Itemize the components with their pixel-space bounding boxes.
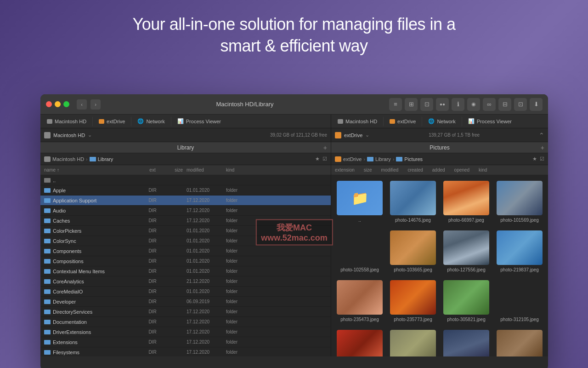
col-header-ext[interactable]: ext (143, 167, 162, 172)
tab-macintosh-hd-left[interactable]: Macintosh HD (42, 115, 91, 127)
file-row-parent[interactable]: .. (40, 175, 331, 185)
tab-network-left[interactable]: 🌐 Network (133, 115, 169, 127)
file-row-application-support[interactable]: Application Support DIR 17.12.2020 folde… (40, 196, 331, 206)
file-name-caches: Caches (53, 218, 70, 224)
grid-item-photo-extra2[interactable]: photo-extra2.jpeg (388, 328, 438, 356)
col-header-name[interactable]: name ↑ (42, 167, 143, 172)
right-breadcrumb-library[interactable]: Library (375, 156, 391, 162)
grid-item-photo-extra4[interactable]: photo-extra4.jpeg (495, 328, 544, 356)
file-row-filesystems[interactable]: Filesystems DIR 17.12.2020 folder (40, 347, 331, 356)
minimize-button[interactable] (55, 101, 61, 107)
file-row-coremediaio[interactable]: CoreMediaIO DIR 01.01.2020 folder (40, 287, 331, 297)
file-kind-developer: folder (226, 299, 254, 304)
download-button[interactable]: ⬇ (530, 98, 543, 111)
file-row-contextual-menu-items[interactable]: Contextual Menu Items DIR 01.01.2020 fol… (40, 266, 331, 276)
grid-label-305821: photo-305821.jpeg (447, 316, 485, 322)
link-button[interactable]: ∞ (483, 98, 496, 111)
close-button[interactable] (46, 101, 52, 107)
info-button[interactable]: ℹ (452, 98, 464, 111)
file-row-driverextensions[interactable]: DriverExtensions DIR 17.12.2020 folder (40, 327, 331, 337)
file-row-caches[interactable]: Caches DIR 17.12.2020 folder (40, 216, 331, 226)
breadcrumb-library[interactable]: Library (98, 156, 113, 162)
preview-button[interactable]: ◉ (467, 98, 480, 111)
right-star-button[interactable]: ★ (532, 156, 537, 162)
photo-103665-thumb (390, 230, 436, 265)
tab-separator-3 (171, 117, 171, 126)
grid-thumb-14676 (390, 181, 436, 215)
file-row-developer[interactable]: Developer DIR 06.09.2019 folder (40, 297, 331, 307)
grid-item-photo-extra1[interactable]: photo-extra1.jpeg (335, 328, 384, 356)
grid-item-photo-66997[interactable]: photo-66997.jpeg (441, 179, 491, 225)
file-row-extensions[interactable]: Extensions DIR 17.12.2020 folder (40, 337, 331, 347)
file-row-compositions[interactable]: Compositions DIR 01.01.2020 folder (40, 256, 331, 266)
grid-item-photo-extra3[interactable]: photo-extra3.jpeg (441, 328, 491, 356)
tab-network-right[interactable]: 🌐 Network (424, 115, 460, 127)
right-drive-chevron-icon[interactable]: ⌄ (365, 132, 369, 138)
file-row-documentation[interactable]: Documentation DIR 17.12.2020 folder (40, 317, 331, 327)
list-view-button[interactable]: ≡ (389, 98, 402, 111)
right-col-opened[interactable]: opened (454, 167, 469, 172)
grid-item-photo-103665[interactable]: photo-103665.jpeg (388, 229, 438, 275)
grid-item-parent[interactable]: 📁 .. (335, 179, 384, 225)
right-add-folder-button[interactable]: + (541, 144, 544, 151)
forward-button[interactable]: › (90, 99, 101, 109)
check-button[interactable]: ☑ (322, 156, 327, 162)
file-row-audio[interactable]: Audio DIR 17.12.2020 folder (40, 206, 331, 216)
file-row-colorsync[interactable]: ColorSync DIR 01.01.2020 folder (40, 236, 331, 246)
grid-item-photo-235773[interactable]: photo-235773.jpeg (388, 278, 438, 324)
file-row-directoryservices[interactable]: DirectoryServices DIR 17.12.2020 folder (40, 307, 331, 317)
scroll-up-button[interactable]: ⌃ (539, 132, 544, 139)
tab-process-right[interactable]: 📊 Process Viewer (464, 115, 516, 127)
file-row-apple[interactable]: Apple DIR 01.01.2020 folder (40, 185, 331, 196)
grid-label-66997: photo-66997.jpeg (448, 217, 484, 223)
grid-item-photo-101569[interactable]: photo-101569.jpeg (495, 179, 544, 225)
grid-item-photo-14676[interactable]: photo-14676.jpeg (388, 179, 438, 225)
file-ext-compositions: DIR (143, 259, 162, 264)
right-col-size[interactable]: size (364, 167, 372, 172)
right-check-button[interactable]: ☑ (540, 156, 544, 162)
right-grid-view[interactable]: 📁 .. photo-14676.jpeg photo-6699 (331, 175, 548, 356)
tab-macintosh-hd-right[interactable]: Macintosh HD (333, 115, 382, 127)
coremediaio-folder-icon (44, 289, 51, 294)
grid-item-photo-235473[interactable]: photo-235473.jpeg (335, 278, 384, 324)
grid-item-photo-305821[interactable]: photo-305821.jpeg (441, 278, 491, 324)
tab-extdrive-left[interactable]: extDrive (94, 115, 130, 127)
file-row-coreanalytics[interactable]: CoreAnalytics DIR 21.12.2020 folder (40, 276, 331, 287)
star-button[interactable]: ★ (315, 156, 320, 162)
right-pane: Macintosh HD extDrive 🌐 Network 📊 Proces… (331, 115, 548, 356)
tab-process-left[interactable]: 📊 Process Viewer (173, 115, 226, 127)
col-header-modified[interactable]: modified (185, 167, 226, 172)
toggle-button[interactable]: ●● (436, 98, 449, 111)
right-col-extension[interactable]: extension (335, 167, 355, 172)
left-add-folder-button[interactable]: + (323, 144, 327, 151)
breadcrumb-macintosh[interactable]: Macintosh HD (52, 156, 84, 162)
left-drive-free: 39,02 GB of 121,12 GB free (270, 132, 327, 138)
file-row-colorpickers[interactable]: ColorPickers DIR 01.01.2020 folder (40, 226, 331, 236)
icon-view-button[interactable]: ⊡ (420, 98, 433, 111)
breadcrumb-extdrive[interactable]: extDrive (343, 156, 362, 162)
col-header-kind[interactable]: kind (226, 167, 254, 172)
right-breadcrumb-pictures[interactable]: Pictures (404, 156, 423, 162)
file-row-components[interactable]: Components DIR 01.01.2020 folder (40, 246, 331, 256)
titlebar: ‹ › Macintosh HD/Library ≡ ⊞ ⊡ ●● ℹ ◉ ∞ … (40, 94, 548, 115)
left-file-list[interactable]: .. Apple DIR 01.01.2020 folder (40, 175, 331, 356)
tab-extdrive-right[interactable]: extDrive (385, 115, 420, 127)
right-col-kind[interactable]: kind (479, 167, 487, 172)
content-area: Macintosh HD extDrive 🌐 Network 📊 Proces… (40, 115, 548, 356)
grid-item-photo-219837[interactable]: photo-219837.jpeg (495, 229, 544, 275)
column-view-button[interactable]: ⊞ (405, 98, 418, 111)
right-col-created[interactable]: created (407, 167, 423, 172)
left-drive-chevron-icon[interactable]: ⌄ (88, 132, 92, 138)
grid-item-photo-312105[interactable]: photo-312105.jpeg (495, 278, 544, 324)
grid-label-219837: photo-219837.jpeg (500, 267, 538, 273)
caches-folder-icon (44, 218, 51, 223)
right-col-added[interactable]: added (432, 167, 445, 172)
split-button[interactable]: ⊟ (498, 98, 511, 111)
right-col-modified[interactable]: modified (381, 167, 399, 172)
grid-item-photo-127556[interactable]: photo-127556.jpeg (441, 229, 491, 275)
col-header-size[interactable]: size (162, 167, 185, 172)
new-window-button[interactable]: ⊡ (514, 98, 527, 111)
maximize-button[interactable] (63, 101, 69, 107)
back-button[interactable]: ‹ (77, 99, 87, 109)
grid-item-photo-102558[interactable]: photo-102558.jpeg (335, 229, 384, 275)
